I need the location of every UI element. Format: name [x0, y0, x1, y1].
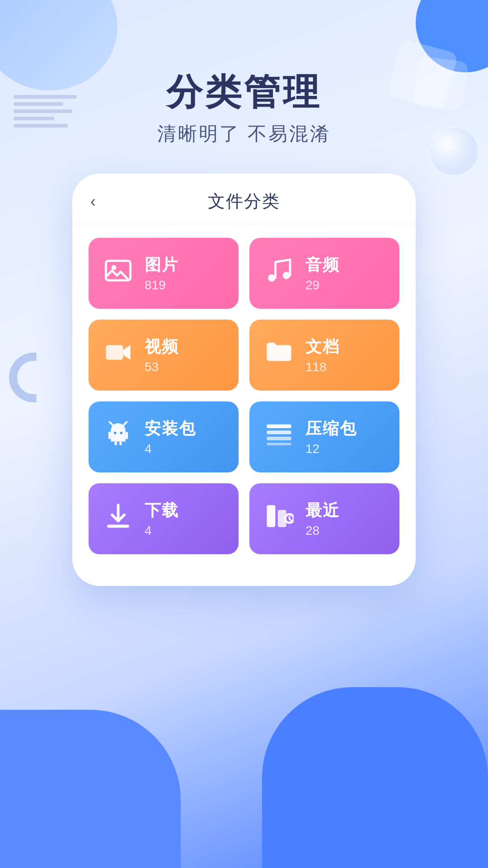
- category-apk-count: 4: [145, 442, 196, 456]
- category-docs-info: 文档 118: [305, 336, 340, 374]
- category-recent-info: 最近 28: [305, 500, 340, 538]
- category-video-count: 53: [145, 360, 179, 374]
- bg-decoration-blob-bottom-right: [262, 687, 488, 868]
- category-recent-label: 最近: [305, 500, 340, 522]
- category-docs-label: 文档: [305, 336, 340, 358]
- svg-rect-5: [108, 432, 110, 439]
- category-zip-info: 压缩包 12: [305, 418, 357, 456]
- svg-rect-4: [106, 345, 123, 360]
- folder-icon: [263, 338, 295, 373]
- svg-line-11: [109, 422, 113, 425]
- page-subtitle: 清晰明了 不易混淆: [0, 121, 488, 146]
- svg-rect-8: [119, 441, 122, 445]
- download-icon: [102, 501, 134, 537]
- bg-decoration-c-shape: [9, 353, 59, 402]
- phone-mockup: ‹ 文件分类 图片 819: [72, 174, 416, 586]
- svg-rect-14: [267, 430, 291, 434]
- category-images-info: 图片 819: [145, 254, 179, 292]
- category-video[interactable]: 视频 53: [89, 320, 239, 391]
- category-apk-info: 安装包 4: [145, 418, 196, 456]
- svg-rect-15: [267, 436, 291, 440]
- category-images-count: 819: [145, 278, 179, 292]
- zip-icon: [263, 420, 295, 455]
- category-video-info: 视频 53: [145, 336, 179, 374]
- back-button[interactable]: ‹: [90, 192, 113, 211]
- category-docs[interactable]: 文档 118: [249, 320, 399, 391]
- category-audio-label: 音频: [305, 254, 340, 276]
- category-video-label: 视频: [145, 336, 179, 358]
- category-audio-info: 音频 29: [305, 254, 340, 292]
- category-docs-count: 118: [305, 360, 340, 374]
- svg-point-10: [120, 432, 122, 434]
- svg-rect-13: [267, 424, 291, 428]
- phone-page-title: 文件分类: [113, 190, 375, 213]
- svg-rect-7: [114, 441, 117, 445]
- svg-rect-18: [267, 505, 275, 527]
- svg-point-3: [282, 272, 290, 279]
- video-icon: [102, 338, 134, 373]
- category-zip[interactable]: 压缩包 12: [249, 401, 399, 472]
- category-download[interactable]: 下载 4: [89, 483, 239, 554]
- category-zip-label: 压缩包: [305, 418, 357, 440]
- recent-icon: [263, 501, 295, 537]
- svg-point-1: [111, 265, 116, 270]
- svg-rect-6: [125, 432, 127, 439]
- category-zip-count: 12: [305, 442, 357, 456]
- image-icon: [102, 256, 134, 291]
- category-download-label: 下载: [145, 500, 179, 522]
- svg-rect-16: [267, 443, 291, 445]
- category-grid: 图片 819 音频 29: [72, 224, 416, 568]
- category-audio[interactable]: 音频 29: [249, 238, 399, 309]
- category-apk[interactable]: 安装包 4: [89, 401, 239, 472]
- category-download-count: 4: [145, 524, 179, 538]
- category-download-info: 下载 4: [145, 500, 179, 538]
- category-images-label: 图片: [145, 254, 179, 276]
- category-audio-count: 29: [305, 278, 340, 292]
- svg-point-2: [268, 274, 275, 281]
- header: 分类管理 清晰明了 不易混淆: [0, 0, 488, 146]
- category-recent[interactable]: 最近 28: [249, 483, 399, 554]
- audio-icon: [263, 256, 295, 291]
- phone-header: ‹ 文件分类: [72, 174, 416, 224]
- android-icon: [102, 420, 134, 455]
- svg-rect-17: [107, 524, 129, 528]
- category-images[interactable]: 图片 819: [89, 238, 239, 309]
- svg-line-12: [123, 422, 127, 425]
- bg-decoration-blob-bottom-left: [0, 710, 181, 868]
- svg-point-9: [114, 432, 116, 434]
- category-apk-label: 安装包: [145, 418, 196, 440]
- category-recent-count: 28: [305, 524, 340, 538]
- page-title: 分类管理: [0, 72, 488, 112]
